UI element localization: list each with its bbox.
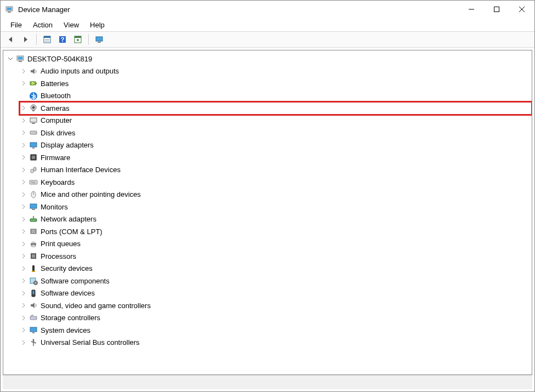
security-icon [29,264,38,274]
category-ports[interactable]: Ports (COM & LPT) [20,225,532,238]
expand-toggle[interactable] [20,340,27,345]
toolbar-properties-button[interactable] [41,33,54,46]
category-firmware[interactable]: Firmware [20,151,532,164]
help-icon [58,35,67,44]
category-storage[interactable]: Storage controllers [20,312,532,325]
category-cameras[interactable]: Cameras [20,102,532,115]
chevron-right-icon [21,81,26,86]
menu-file[interactable]: File [5,20,27,30]
category-network[interactable]: Network adapters [20,213,532,226]
computer-icon [29,116,38,126]
expand-toggle[interactable] [20,291,27,296]
close-button[interactable] [509,1,534,18]
usb-icon [29,338,38,348]
minimize-button[interactable] [459,1,484,18]
minimize-icon [469,7,474,12]
chip-icon [29,152,38,162]
category-hid[interactable]: Human Interface Devices [20,164,532,177]
monitor-icon [29,202,38,212]
category-computer[interactable]: Computer [20,115,532,127]
expand-toggle[interactable] [20,179,27,185]
expand-toggle[interactable] [20,241,27,247]
computer-icon [15,54,25,64]
toolbar-scan-button[interactable] [71,33,84,46]
category-bluetooth[interactable]: Bluetooth [20,90,532,103]
svg-rect-76 [494,7,499,12]
port-icon [29,226,38,236]
printer-icon [29,239,38,249]
expand-toggle[interactable] [20,303,27,308]
device-tree-panel[interactable]: DESKTOP-504K819 Audio inputs and outputs… [3,50,532,375]
category-mice[interactable]: Mice and other pointing devices [20,189,532,201]
storage-icon [29,313,38,323]
category-swcomp[interactable]: Software components [20,275,532,287]
category-label: Sound, video and game controllers [41,302,154,310]
expand-toggle[interactable] [20,130,27,135]
toolbar-forward-button[interactable] [19,33,32,46]
chevron-right-icon [21,155,26,160]
category-label: Mice and other pointing devices [41,190,144,198]
camera-icon [29,103,38,113]
category-label: Display adapters [41,141,97,149]
expand-toggle[interactable] [20,253,27,259]
monitor-icon [95,35,104,44]
system-icon [29,325,38,335]
toolbar-back-button[interactable] [4,33,17,46]
expand-toggle[interactable] [20,204,27,209]
menu-help[interactable]: Help [84,20,110,30]
statusbar [3,375,532,389]
category-sound[interactable]: Sound, video and game controllers [20,299,532,312]
category-label: Monitors [41,203,71,211]
speaker-icon [29,66,38,76]
category-display[interactable]: Display adapters [20,139,532,152]
category-security[interactable]: Security devices [20,263,532,275]
expand-toggle[interactable] [20,81,27,86]
expand-toggle[interactable] [20,217,27,222]
expand-toggle[interactable] [20,143,27,148]
chevron-right-icon [21,130,26,135]
category-audio[interactable]: Audio inputs and outputs [20,65,532,78]
category-swdev[interactable]: Software devices [20,287,532,300]
category-disk[interactable]: Disk drives [20,127,532,139]
category-batteries[interactable]: Batteries [20,77,532,90]
chevron-right-icon [21,327,26,333]
category-system[interactable]: System devices [20,324,532,337]
category-print[interactable]: Print queues [20,238,532,251]
category-usb[interactable]: Universal Serial Bus controllers [20,337,532,349]
category-keyboards[interactable]: Keyboards [20,176,532,189]
expand-toggle[interactable] [20,118,27,123]
maximize-icon [494,7,499,12]
menu-view[interactable]: View [58,20,84,30]
toolbar-monitor-button[interactable] [93,33,106,46]
toolbar-separator [36,34,37,45]
chevron-right-icon [21,179,26,185]
category-label: Software devices [41,289,98,297]
expand-toggle[interactable] [20,155,27,160]
category-cpu[interactable]: Processors [20,250,532,263]
chevron-right-icon [21,241,26,247]
category-label: Batteries [41,79,72,88]
menu-action[interactable]: Action [27,20,58,30]
expand-toggle[interactable] [20,229,27,234]
chevron-right-icon [21,253,26,259]
expand-toggle[interactable] [20,327,27,333]
expand-toggle[interactable] [20,192,27,197]
root-node[interactable]: DESKTOP-504K819 [7,53,532,65]
maximize-button[interactable] [484,1,509,18]
expand-toggle[interactable] [20,69,27,74]
expand-toggle[interactable] [7,56,14,61]
expand-toggle[interactable] [20,278,27,283]
toolbar-help-button[interactable] [56,33,69,46]
expand-toggle[interactable] [20,315,27,321]
expand-toggle[interactable] [20,105,27,111]
keyboard-icon [29,177,38,187]
properties-icon [43,35,52,44]
device-manager-window: Device Manager File Action View Help [0,0,535,392]
menubar: File Action View Help [1,18,534,31]
category-monitors[interactable]: Monitors [20,201,532,213]
expand-toggle[interactable] [20,266,27,271]
close-icon [519,7,525,12]
swdev-icon [29,288,38,298]
category-label: Network adapters [41,215,100,223]
expand-toggle[interactable] [20,167,27,173]
